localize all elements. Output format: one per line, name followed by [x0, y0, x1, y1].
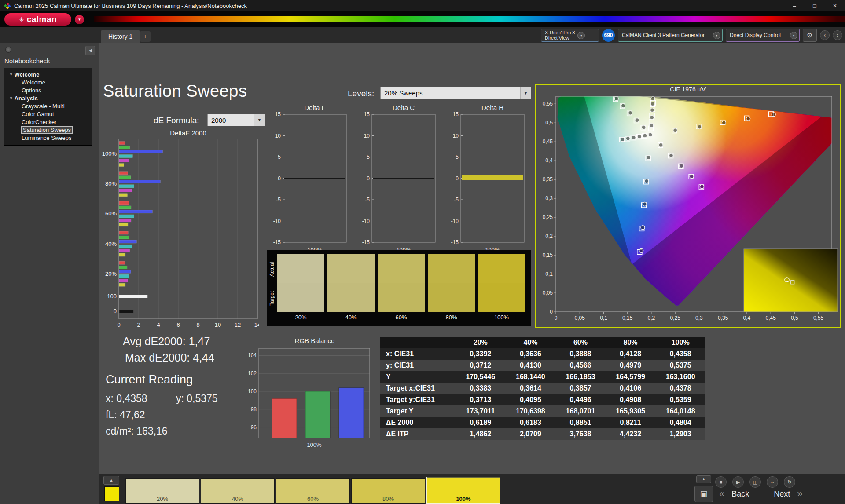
tab-history-1[interactable]: History 1 — [101, 30, 140, 43]
table-cell: 2,0709 — [506, 428, 556, 440]
table-cell: 0,3636 — [506, 348, 556, 360]
table-cell: 0,4979 — [606, 360, 656, 371]
back-button[interactable]: Back — [731, 489, 749, 499]
display-control-dropdown[interactable]: Direct Display Control ▼ — [726, 29, 800, 42]
sidebar-item-saturation-sweeps[interactable]: Saturation Sweeps — [4, 126, 92, 134]
next-button[interactable]: Next — [774, 489, 790, 499]
sidebar-collapse-button[interactable]: ◀ — [85, 46, 95, 55]
table-cell: 168,0701 — [555, 405, 606, 417]
stop-button[interactable]: ■ — [715, 476, 727, 488]
sidebar-item-welcome[interactable]: ▾Welcome — [4, 70, 92, 78]
table-cell: 170,6398 — [506, 405, 556, 417]
table-cell: 0,8851 — [555, 417, 606, 428]
table-header-cell: 100% — [655, 337, 705, 348]
sidebar-knob[interactable] — [5, 47, 11, 53]
measurement-table: 20%40%60%80%100%x: CIE310,33920,36360,38… — [380, 337, 705, 440]
minimize-button[interactable]: – — [784, 0, 805, 11]
sidebar-item-colorchecker[interactable]: ColorChecker — [4, 118, 92, 126]
swatch-column-20: 20% — [277, 254, 324, 322]
sidebar-item-grayscale-multi[interactable]: Grayscale - Multi — [4, 102, 92, 110]
table-cell: 0,4804 — [655, 417, 705, 428]
cie-1976-chart-svg: 00,050,10,150,20,250,30,350,40,450,50,55… — [536, 85, 840, 327]
target-swatch — [478, 283, 525, 312]
chevron-down-icon[interactable]: ▼ — [520, 87, 531, 99]
sidebar-item-label: Welcome — [15, 71, 40, 78]
current-patch-swatch[interactable] — [104, 486, 119, 501]
swatch-column-label: 100% — [478, 312, 525, 322]
toolbar-prev-button[interactable]: ‹ — [820, 30, 830, 40]
reading-y: y: 0,5375 — [176, 393, 218, 405]
svg-text:0: 0 — [278, 175, 281, 182]
meter-dropdown[interactable]: X-Rite i1Pro 3 Direct View ▼ — [541, 29, 599, 42]
table-header-cell: 20% — [456, 337, 506, 348]
table-cell: 0,3857 — [555, 383, 606, 394]
sweep-swatch-40[interactable]: 40% — [201, 478, 275, 504]
sweep-swatch-60[interactable]: 60% — [276, 478, 350, 504]
refresh-button[interactable]: ↻ — [784, 476, 795, 488]
table-header-row: 20%40%60%80%100% — [380, 337, 705, 348]
sidebar-item-analysis[interactable]: ▾Analysis — [4, 94, 92, 102]
svg-text:98: 98 — [251, 406, 257, 413]
svg-text:0,25: 0,25 — [670, 315, 681, 321]
save-button[interactable]: ◫ — [749, 476, 761, 488]
svg-text:4: 4 — [157, 321, 160, 328]
target-row-label: Target — [269, 285, 275, 312]
chevron-down-icon[interactable]: ▼ — [713, 32, 720, 39]
pattern-generator-dropdown[interactable]: CalMAN Client 3 Pattern Generator ▼ — [618, 29, 723, 42]
actual-swatch — [478, 254, 525, 283]
add-tab-button[interactable]: + — [140, 31, 151, 42]
svg-text:0,05: 0,05 — [575, 315, 585, 321]
de-formula-dropdown[interactable]: 2000 ▼ — [207, 114, 265, 126]
cie-1976-chart-mount: 00,050,10,150,20,250,30,350,40,450,50,55… — [536, 85, 840, 329]
chevron-down-icon[interactable]: ▼ — [790, 32, 797, 39]
svg-text:0,15: 0,15 — [543, 252, 553, 258]
swatch-panel-up-button[interactable]: ▲ — [103, 476, 119, 485]
levels-dropdown[interactable]: 20% Sweeps ▼ — [380, 87, 531, 99]
table-cell: 0,3392 — [456, 348, 506, 360]
table-cell: 0,4566 — [555, 360, 606, 371]
tree-expander-icon[interactable]: ▾ — [10, 72, 12, 77]
toolbar-next-button[interactable]: › — [833, 30, 842, 40]
svg-text:100: 100 — [248, 388, 257, 394]
svg-text:0,35: 0,35 — [543, 176, 553, 183]
continuous-measure-button[interactable]: ∞ — [767, 476, 778, 488]
main-content: Saturation Sweeps Levels: 20% Sweeps ▼ d… — [99, 43, 845, 474]
rgb-balance-chart-svg: 9698100102104100% — [244, 346, 372, 451]
sweep-swatch-80[interactable]: 80% — [351, 478, 425, 504]
sidebar-item-color-gamut[interactable]: Color Gamut — [4, 110, 92, 118]
settings-gear-button[interactable]: ⚙ — [803, 29, 817, 42]
svg-text:0,2: 0,2 — [648, 315, 655, 321]
close-button[interactable]: ✕ — [825, 0, 845, 11]
tree-expander-icon[interactable]: ▾ — [10, 96, 12, 100]
svg-text:12: 12 — [235, 321, 241, 328]
calman-logo-button[interactable]: ✳ calman — [4, 13, 71, 26]
table-header-cell: 80% — [606, 337, 656, 348]
play-button[interactable]: ▶ — [732, 476, 744, 488]
maximize-button[interactable]: □ — [805, 0, 825, 11]
sidebar-item-luminance-sweeps[interactable]: Luminance Sweeps — [4, 134, 92, 142]
svg-text:10: 10 — [215, 321, 221, 328]
svg-text:0,3: 0,3 — [545, 195, 553, 201]
table-row-label: Target Y — [380, 405, 456, 417]
sidebar-item-welcome[interactable]: Welcome — [4, 78, 92, 86]
chevron-down-icon[interactable]: ▼ — [254, 114, 265, 126]
pattern-generator-label: CalMAN Client 3 Pattern Generator — [622, 32, 705, 38]
table-cell: 0,4106 — [606, 383, 656, 394]
workflow-tree: ▾WelcomeWelcomeOptions▾AnalysisGrayscale… — [4, 68, 92, 146]
display-icon: ▣ — [700, 489, 707, 499]
controls-up-button[interactable]: ▲ — [696, 475, 711, 483]
display-window-button[interactable]: ▣ — [694, 486, 713, 502]
page-title: Saturation Sweeps — [103, 82, 247, 101]
swatch-column-60: 60% — [378, 254, 425, 322]
cie-1976-panel: 00,050,10,150,20,250,30,350,40,450,50,55… — [535, 84, 841, 328]
table-row-label: Y — [380, 371, 456, 383]
table-cell: 163,1600 — [655, 371, 705, 383]
spectrum-bar — [94, 16, 845, 22]
sweep-swatch-20[interactable]: 20% — [125, 478, 199, 504]
sweep-swatch-100[interactable]: 100% — [426, 477, 500, 504]
sidebar-item-options[interactable]: Options — [4, 86, 92, 94]
table-cell: 164,5799 — [606, 371, 656, 383]
svg-text:-10: -10 — [273, 218, 281, 224]
logo-menu-button[interactable]: ▼ — [75, 15, 84, 24]
chevron-down-icon[interactable]: ▼ — [577, 32, 585, 39]
